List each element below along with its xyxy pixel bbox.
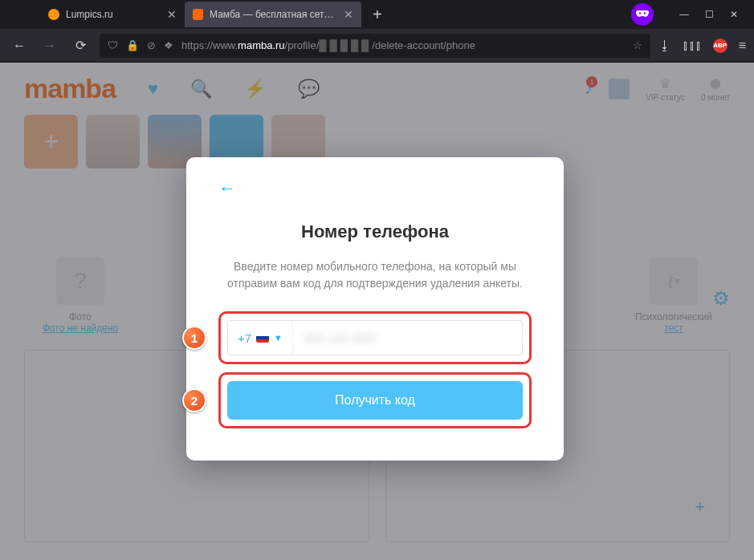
url-text: https://www.mamba.ru/profile/█████/delet… xyxy=(181,39,475,51)
annotation-box-2: 2 Получить код xyxy=(218,372,532,428)
get-code-button[interactable]: Получить код xyxy=(227,381,523,420)
page-content: mamba ♥ 🔍 ⚡ 💬 ♪ 1 ♛ VIP-статус ⬢ 0 монет xyxy=(0,63,754,560)
country-code-selector[interactable]: +7 ▼ xyxy=(228,321,293,355)
tab-mamba[interactable]: Мамба — бесплатная сеть зна ✕ xyxy=(185,2,361,27)
permission-icon[interactable]: ⊘ xyxy=(147,39,156,51)
browser-titlebar: Lumpics.ru ✕ Мамба — бесплатная сеть зна… xyxy=(0,0,754,29)
favicon-lumpics xyxy=(48,9,59,20)
modal-back-button[interactable]: ← xyxy=(218,178,236,198)
annotation-box-1: 1 +7 ▼ xyxy=(218,311,532,364)
downloads-icon[interactable]: ⭳ xyxy=(658,39,671,53)
lock-icon[interactable]: 🔒 xyxy=(126,39,139,51)
modal-subtitle: Введите номер мобильного телефона, на ко… xyxy=(218,258,532,292)
close-button[interactable]: ✕ xyxy=(730,9,738,20)
favicon-mamba xyxy=(193,9,203,20)
annotation-marker-2: 2 xyxy=(182,388,206,412)
back-button[interactable]: ← xyxy=(8,34,31,57)
forward-button[interactable]: → xyxy=(39,34,61,57)
close-icon[interactable]: ✕ xyxy=(344,8,353,21)
minimize-button[interactable]: — xyxy=(679,9,689,20)
toolbar-right: ⭳ ⫿⫿⫿ ABP ≡ xyxy=(658,39,746,53)
tab-label: Мамба — бесплатная сеть зна xyxy=(210,9,337,20)
modal-title: Номер телефона xyxy=(218,221,532,242)
shield-icon[interactable]: 🛡 xyxy=(108,39,118,51)
abp-icon[interactable]: ABP xyxy=(713,39,728,53)
browser-toolbar: ← → ⟳ 🛡 🔒 ⊘ ❖ https://www.mamba.ru/profi… xyxy=(0,29,754,63)
phone-number-input[interactable] xyxy=(293,331,522,345)
chevron-down-icon: ▼ xyxy=(274,333,283,343)
extension-icon[interactable]: ❖ xyxy=(164,39,173,51)
private-mask-icon[interactable] xyxy=(631,3,654,26)
russia-flag-icon xyxy=(256,333,269,343)
menu-icon[interactable]: ≡ xyxy=(739,39,746,53)
new-tab-button[interactable]: + xyxy=(361,6,393,24)
tab-lumpics[interactable]: Lumpics.ru ✕ xyxy=(40,2,185,27)
svg-point-1 xyxy=(644,12,646,14)
reload-button[interactable]: ⟳ xyxy=(69,34,92,57)
url-bar[interactable]: 🛡 🔒 ⊘ ❖ https://www.mamba.ru/profile/███… xyxy=(100,34,650,58)
security-icons: 🛡 🔒 ⊘ ❖ xyxy=(108,39,173,51)
bookmark-star-icon[interactable]: ☆ xyxy=(633,39,642,51)
library-icon[interactable]: ⫿⫿⫿ xyxy=(683,39,702,53)
phone-modal: ← Номер телефона Введите номер мобильног… xyxy=(186,157,564,461)
tab-label: Lumpics.ru xyxy=(66,9,113,20)
annotation-marker-1: 1 xyxy=(182,326,206,350)
window-controls: — ☐ ✕ xyxy=(631,3,754,26)
browser-tabs: Lumpics.ru ✕ Мамба — бесплатная сеть зна… xyxy=(40,0,393,29)
maximize-button[interactable]: ☐ xyxy=(705,9,714,20)
svg-point-0 xyxy=(639,12,641,14)
country-code-text: +7 xyxy=(238,331,251,345)
phone-input-row: +7 ▼ xyxy=(227,320,523,355)
close-icon[interactable]: ✕ xyxy=(167,8,177,21)
